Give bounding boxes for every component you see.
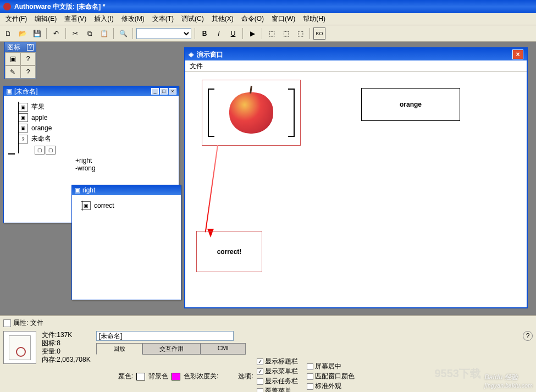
copy-button[interactable]: ⧉ xyxy=(84,27,96,40)
help-button[interactable]: ? xyxy=(523,331,533,341)
branch-right: +right xyxy=(75,157,96,164)
save-button[interactable]: 💾 xyxy=(31,27,43,40)
map-icon: ▣ xyxy=(74,186,80,194)
props-title-text: 属性: 文件 xyxy=(13,318,43,328)
color-label: 颜色: xyxy=(118,372,133,381)
chroma-label: 色彩浓度关: xyxy=(184,372,218,381)
chk-menubar[interactable]: ✓ xyxy=(257,368,263,375)
chk-stdlook[interactable] xyxy=(307,383,313,390)
font-select[interactable] xyxy=(136,28,191,39)
chk-titlebar[interactable]: ✓ xyxy=(257,358,263,365)
menu-file[interactable]: 文件(F) xyxy=(2,13,30,25)
find-button[interactable]: 🔍 xyxy=(117,27,129,40)
flowline-title: [未命名] xyxy=(14,87,38,96)
branch-icon[interactable]: ▢ xyxy=(35,146,45,154)
flow-icon: ▣ xyxy=(6,87,12,95)
erase-icon[interactable]: ✎ xyxy=(5,65,20,79)
wait-icon[interactable]: ? xyxy=(20,65,36,79)
ko-button[interactable]: KO xyxy=(313,27,325,40)
ctrl2-button[interactable]: ⬚ xyxy=(280,27,292,40)
toolbar: 🗋 📂 💾 ↶ ✂ ⧉ 📋 🔍 B I U ▶ ⬚ ⬚ ⬚ KO xyxy=(0,25,536,42)
stat-vars: 变量:0 xyxy=(42,347,91,356)
file-thumbnail xyxy=(3,331,36,364)
bold-button[interactable]: B xyxy=(198,27,211,40)
node-apple[interactable]: apple xyxy=(31,114,47,122)
menu-insert[interactable]: 插入(I) xyxy=(91,13,117,25)
ctrl3-button[interactable]: ⬚ xyxy=(294,27,306,40)
chk-matchcolor[interactable] xyxy=(307,373,313,380)
node-correct[interactable]: correct xyxy=(94,202,114,209)
app-titlebar: Authorware 中文版: [未命名] * xyxy=(0,0,536,13)
presentation-title: 演示窗口 xyxy=(197,50,223,59)
branch-icon[interactable]: ▢ xyxy=(46,146,56,154)
right-window: ▣ right ▣correct xyxy=(71,185,181,300)
menu-command[interactable]: 命令(O) xyxy=(238,13,267,25)
orange-target[interactable]: orange xyxy=(361,88,460,121)
close-button[interactable]: × xyxy=(169,88,176,95)
pres-icon: ◈ xyxy=(189,51,194,58)
chroma-color-swatch[interactable] xyxy=(172,373,180,380)
min-button[interactable]: _ xyxy=(151,88,159,95)
bg-color-swatch[interactable] xyxy=(136,373,145,380)
menu-modify[interactable]: 修改(M) xyxy=(118,13,148,25)
motion-icon[interactable]: ? xyxy=(20,52,36,65)
italic-button[interactable]: I xyxy=(213,27,225,40)
menu-help[interactable]: 帮助(H) xyxy=(300,13,329,25)
annotation-arrow xyxy=(205,145,218,233)
display-node-icon[interactable]: ▣ xyxy=(18,103,28,112)
tab-playback[interactable]: 回放 xyxy=(96,343,142,355)
chk-center[interactable] xyxy=(307,363,313,370)
chk-overmenu[interactable] xyxy=(257,388,263,393)
open-button[interactable]: 📂 xyxy=(16,27,29,40)
apple-target[interactable] xyxy=(202,80,301,146)
tab-interaction[interactable]: 交互作用 xyxy=(142,343,201,355)
presentation-close-button[interactable]: × xyxy=(512,49,523,59)
correct-feedback: correct! xyxy=(196,231,262,272)
new-button[interactable]: 🗋 xyxy=(2,27,14,40)
undo-button[interactable]: ↶ xyxy=(50,27,62,40)
apple-image[interactable] xyxy=(229,92,273,134)
icon-palette: 图标? ▣ ? ✎ ? xyxy=(4,42,36,79)
display-node-icon[interactable]: ▣ xyxy=(18,124,28,132)
app-icon xyxy=(3,3,11,10)
underline-button[interactable]: U xyxy=(227,27,239,40)
menubar: 文件(F) 编辑(E) 查看(V) 插入(I) 修改(M) 文本(T) 调试(C… xyxy=(0,13,536,25)
interaction-node-icon[interactable]: ? xyxy=(18,135,28,143)
menu-edit[interactable]: 编辑(E) xyxy=(31,13,60,25)
display-node-icon[interactable]: ▣ xyxy=(18,113,28,122)
menu-view[interactable]: 查看(V) xyxy=(61,13,90,25)
presentation-window: ◈ 演示窗口 × 文件 orange correct! xyxy=(184,47,528,308)
run-button[interactable]: ▶ xyxy=(246,27,258,40)
menu-other[interactable]: 其他(X) xyxy=(208,13,237,25)
watermark-9553: 9553下载 xyxy=(435,366,482,381)
cut-button[interactable]: ✂ xyxy=(69,27,81,40)
options-label: 选项: xyxy=(238,372,253,381)
stat-mem: 内存:2,063,708K xyxy=(42,356,91,364)
max-button[interactable]: □ xyxy=(160,88,168,95)
app-title: Authorware 中文版: [未命名] * xyxy=(14,2,105,12)
node-orange[interactable]: orange xyxy=(31,124,52,132)
props-icon xyxy=(3,319,11,327)
stat-icons: 图标:8 xyxy=(42,339,91,347)
stat-file: 文件:137K xyxy=(42,331,91,339)
workspace: 图标? ▣ ? ✎ ? ▣ [未命名] _□× ▣苹果 ▣apple ▣oran… xyxy=(0,42,536,315)
orange-label: orange xyxy=(400,101,422,108)
presentation-menu-file[interactable]: 文件 xyxy=(190,62,203,70)
palette-help-icon[interactable]: ? xyxy=(27,44,34,51)
bg-label: 背景色 xyxy=(148,372,168,381)
node-apple-cn[interactable]: 苹果 xyxy=(31,102,45,112)
file-name-input[interactable] xyxy=(96,331,234,341)
chk-taskbar[interactable] xyxy=(257,378,263,385)
paste-button[interactable]: 📋 xyxy=(98,27,110,40)
palette-title: 图标 xyxy=(7,43,20,52)
menu-debug[interactable]: 调试(C) xyxy=(178,13,207,25)
ctrl1-button[interactable]: ⬚ xyxy=(266,27,278,40)
menu-window[interactable]: 窗口(W) xyxy=(268,13,299,25)
tab-cmi[interactable]: CMI xyxy=(201,343,246,355)
menu-text[interactable]: 文本(T) xyxy=(149,13,177,25)
branch-wrong: -wrong xyxy=(75,164,96,172)
correct-label: correct! xyxy=(217,248,242,256)
node-unnamed[interactable]: 未命名 xyxy=(31,134,51,143)
right-title: right xyxy=(82,186,95,194)
display-icon[interactable]: ▣ xyxy=(5,52,20,65)
